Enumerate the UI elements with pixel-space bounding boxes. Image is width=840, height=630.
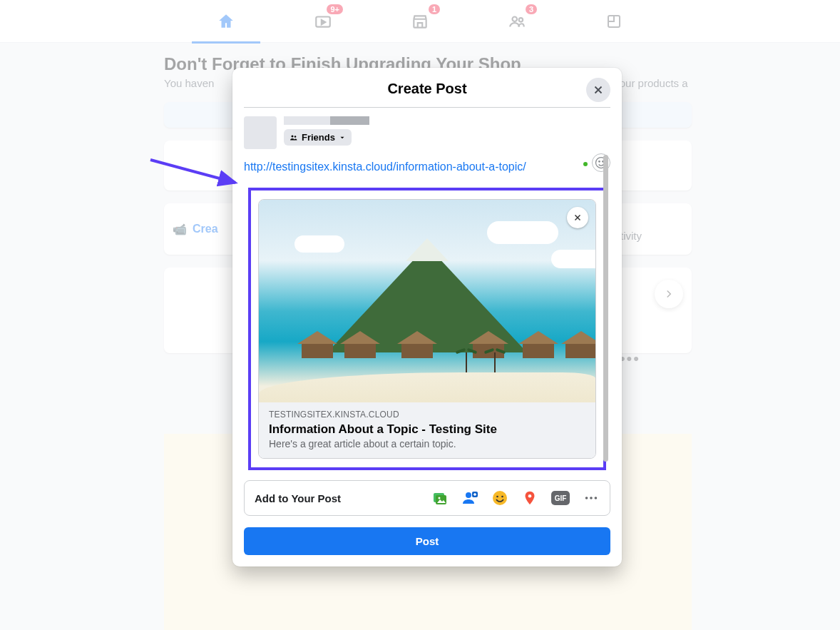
- post-button[interactable]: Post: [244, 527, 610, 555]
- link-preview-description: Here's a great article about a certain t…: [269, 438, 585, 449]
- svg-point-18: [528, 494, 532, 498]
- feeling-icon[interactable]: [491, 489, 508, 507]
- svg-point-15: [493, 491, 507, 505]
- scrollbar[interactable]: [603, 155, 608, 462]
- audience-selector[interactable]: Friends: [284, 129, 352, 146]
- gif-icon[interactable]: GIF: [551, 491, 570, 505]
- svg-point-19: [585, 497, 588, 499]
- add-to-post-icons: GIF: [431, 489, 600, 507]
- link-preview-domain: TESTINGSITEX.KINSTA.CLOUD: [269, 410, 585, 420]
- close-button[interactable]: [586, 78, 610, 102]
- svg-point-6: [294, 136, 297, 138]
- svg-point-8: [599, 161, 600, 163]
- name-block: Friends: [284, 116, 369, 149]
- add-to-post-row: Add to Your Post GIF: [244, 480, 610, 516]
- svg-point-12: [439, 497, 441, 499]
- link-preview-title: Information About a Topic - Testing Site: [269, 422, 585, 437]
- tag-people-icon[interactable]: [461, 489, 478, 507]
- add-to-post-label: Add to Your Post: [255, 492, 341, 504]
- modal-header: Create Post: [232, 68, 622, 107]
- caret-down-icon: [339, 134, 346, 141]
- close-icon: [573, 213, 583, 223]
- svg-point-20: [590, 497, 593, 499]
- composer-area: Friends http://testingsitex.kinsta.cloud…: [232, 108, 622, 470]
- remove-preview-button[interactable]: [567, 207, 588, 228]
- link-preview-meta: TESTINGSITEX.KINSTA.CLOUD Information Ab…: [259, 402, 595, 458]
- modal-title: Create Post: [244, 81, 610, 97]
- link-preview-highlight: TESTINGSITEX.KINSTA.CLOUD Information Ab…: [248, 188, 606, 470]
- svg-point-21: [595, 497, 598, 499]
- close-icon: [592, 83, 605, 96]
- friends-icon: [290, 133, 298, 142]
- svg-point-16: [496, 496, 498, 498]
- svg-rect-11: [436, 495, 446, 504]
- more-options-icon[interactable]: [583, 489, 600, 507]
- audience-label: Friends: [302, 132, 335, 143]
- avatar[interactable]: [244, 116, 277, 149]
- photo-video-icon[interactable]: [431, 489, 449, 507]
- create-post-modal: Create Post Friends http://testingsitex.…: [232, 68, 622, 567]
- post-text-url[interactable]: http://testingsitex.kinsta.cloud/informa…: [244, 161, 610, 173]
- svg-point-5: [292, 135, 294, 137]
- svg-point-13: [466, 492, 471, 498]
- location-icon[interactable]: [521, 489, 538, 507]
- user-name-redacted: [284, 116, 369, 125]
- status-dot: [583, 162, 588, 166]
- svg-point-17: [501, 496, 503, 498]
- profile-row: Friends: [244, 116, 610, 149]
- link-preview-image: [259, 200, 595, 402]
- link-preview-card[interactable]: TESTINGSITEX.KINSTA.CLOUD Information Ab…: [258, 199, 596, 459]
